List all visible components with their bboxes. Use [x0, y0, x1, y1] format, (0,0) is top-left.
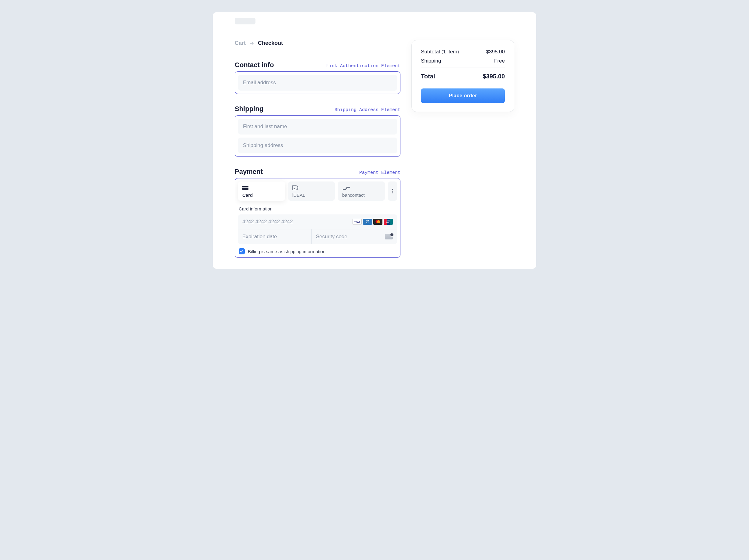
- summary-divider: [421, 67, 505, 67]
- name-input[interactable]: [238, 119, 397, 135]
- billing-same-row: Billing is same as shipping information: [238, 248, 397, 254]
- payment-method-card[interactable]: Card: [238, 181, 285, 201]
- ideal-icon: [293, 185, 331, 191]
- card-brands: VISA AMEX UnionPay: [352, 219, 393, 225]
- shipping-section: Shipping Shipping Address Element: [235, 105, 401, 157]
- email-input[interactable]: [238, 75, 397, 91]
- visa-icon: VISA: [352, 219, 362, 225]
- contact-title: Contact info: [235, 61, 274, 69]
- card-sub-row: [238, 229, 397, 244]
- bancontact-icon: [342, 185, 381, 191]
- summary-total-row: Total $395.00: [421, 73, 505, 80]
- contact-element-box: [235, 71, 401, 94]
- unionpay-icon: UnionPay: [384, 219, 393, 225]
- subtotal-label: Subtotal (1 item): [421, 49, 459, 55]
- contact-element-tag: Link Authentication Element: [326, 63, 401, 69]
- payment-element-box: Card iDEAL bancontact: [235, 178, 401, 258]
- payment-method-label: Card: [242, 193, 281, 198]
- breadcrumb-checkout: Checkout: [258, 40, 283, 46]
- shipping-label: Shipping: [421, 58, 441, 64]
- card-field-group: VISA AMEX UnionPay: [238, 215, 397, 244]
- summary-shipping-row: Shipping Free: [421, 58, 505, 64]
- payment-section-head: Payment Payment Element: [235, 168, 401, 176]
- svg-point-3: [294, 188, 295, 189]
- cvc-input[interactable]: [312, 229, 385, 244]
- payment-method-bancontact[interactable]: bancontact: [338, 181, 385, 201]
- cvc-cell: [312, 229, 397, 244]
- payment-method-ideal[interactable]: iDEAL: [288, 181, 335, 201]
- contact-section-head: Contact info Link Authentication Element: [235, 61, 401, 69]
- payment-methods: Card iDEAL bancontact: [238, 181, 397, 201]
- shipping-title: Shipping: [235, 105, 263, 113]
- page-content: Cart Checkout Contact info Link Authenti…: [213, 30, 536, 269]
- more-icon: [392, 188, 393, 194]
- shipping-element-tag: Shipping Address Element: [335, 107, 401, 113]
- right-column: Subtotal (1 item) $395.00 Shipping Free …: [411, 40, 514, 112]
- address-input[interactable]: [238, 138, 397, 153]
- card-number-row: VISA AMEX UnionPay: [238, 215, 397, 229]
- card-number-input[interactable]: [242, 219, 352, 225]
- total-label: Total: [421, 73, 435, 80]
- payment-section: Payment Payment Element Card: [235, 168, 401, 258]
- payment-method-label: bancontact: [342, 193, 381, 198]
- logo-placeholder: [235, 18, 255, 24]
- expiration-input[interactable]: [238, 229, 312, 244]
- mastercard-icon: [373, 219, 382, 225]
- payment-method-more[interactable]: [388, 181, 397, 201]
- shipping-element-box: [235, 115, 401, 157]
- page-header: [213, 12, 536, 30]
- card-info-label: Card information: [238, 206, 397, 211]
- svg-rect-1: [242, 186, 249, 190]
- place-order-button[interactable]: Place order: [421, 88, 505, 103]
- breadcrumb-cart[interactable]: Cart: [235, 40, 246, 46]
- billing-same-label: Billing is same as shipping information: [248, 249, 325, 254]
- payment-title: Payment: [235, 168, 263, 176]
- amex-icon: AMEX: [363, 219, 372, 225]
- payment-method-label: iDEAL: [293, 193, 331, 198]
- shipping-value: Free: [494, 58, 505, 64]
- arrow-right-icon: [249, 41, 254, 46]
- subtotal-value: $395.00: [486, 49, 505, 55]
- svg-point-5: [377, 220, 380, 223]
- summary-subtotal-row: Subtotal (1 item) $395.00: [421, 49, 505, 55]
- order-summary: Subtotal (1 item) $395.00 Shipping Free …: [411, 40, 514, 112]
- checkout-card: Cart Checkout Contact info Link Authenti…: [213, 12, 536, 269]
- cvc-icon: [385, 234, 393, 240]
- shipping-section-head: Shipping Shipping Address Element: [235, 105, 401, 113]
- left-column: Cart Checkout Contact info Link Authenti…: [235, 40, 401, 269]
- payment-element-tag: Payment Element: [359, 170, 401, 175]
- breadcrumb: Cart Checkout: [235, 40, 401, 46]
- total-value: $395.00: [483, 73, 505, 80]
- svg-rect-2: [242, 187, 249, 187]
- card-icon: [242, 185, 281, 191]
- billing-same-checkbox[interactable]: [239, 248, 245, 254]
- contact-section: Contact info Link Authentication Element: [235, 61, 401, 94]
